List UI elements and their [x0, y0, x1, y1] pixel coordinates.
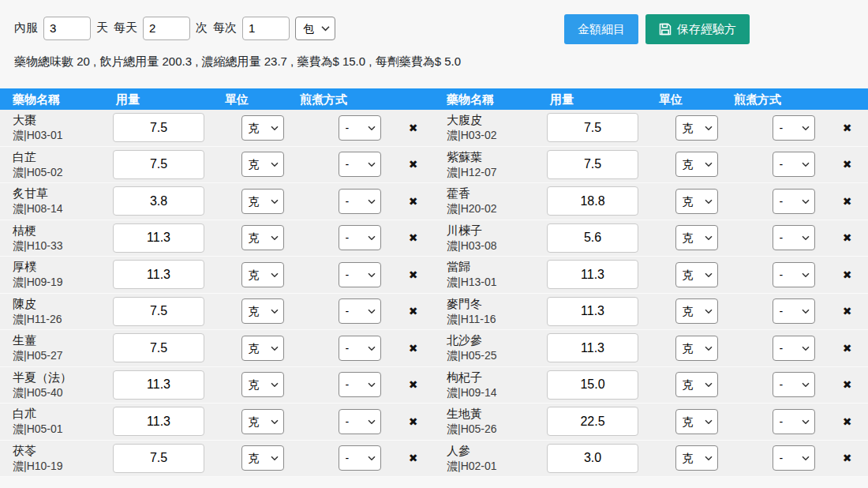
amount-input[interactable]	[547, 407, 638, 436]
remove-herb-icon[interactable]: ✖	[843, 306, 852, 317]
table-row: 半夏（法） 濃|H05-40 克 - ✖	[0, 367, 868, 404]
unit-select[interactable]: 克	[241, 372, 284, 397]
save-recipe-button[interactable]: 保存經驗方	[645, 14, 750, 44]
unit-select[interactable]: 克	[241, 336, 284, 361]
method-select[interactable]: -	[339, 189, 381, 214]
amount-input[interactable]	[547, 150, 638, 179]
method-select[interactable]: -	[339, 372, 381, 397]
method-select[interactable]: -	[773, 298, 815, 324]
method-select[interactable]: -	[773, 336, 815, 361]
remove-herb-icon[interactable]: ✖	[843, 269, 852, 280]
method-select[interactable]: -	[339, 225, 381, 250]
amount-input[interactable]	[547, 260, 638, 289]
remove-herb-icon[interactable]: ✖	[843, 343, 852, 354]
remove-herb-icon[interactable]: ✖	[409, 159, 418, 170]
amount-input[interactable]	[547, 333, 638, 362]
amount-input[interactable]	[113, 150, 204, 179]
unit-select[interactable]: 克	[675, 372, 718, 397]
unit-select[interactable]: 克	[675, 262, 718, 287]
remove-herb-icon[interactable]: ✖	[843, 159, 852, 170]
unit-select[interactable]: 克	[675, 189, 718, 214]
remove-herb-icon[interactable]: ✖	[843, 379, 852, 390]
method-select[interactable]: -	[773, 115, 815, 141]
remove-herb-icon[interactable]: ✖	[409, 379, 418, 390]
method-select[interactable]: -	[773, 372, 815, 397]
amount-input[interactable]	[113, 260, 204, 289]
amount-input[interactable]	[547, 370, 638, 400]
days-input[interactable]	[43, 17, 91, 40]
unit-select[interactable]: 克	[675, 225, 718, 250]
amount-cell	[113, 183, 209, 220]
remove-herb-icon[interactable]: ✖	[409, 196, 418, 207]
amount-input[interactable]	[113, 113, 204, 142]
method-select[interactable]: -	[773, 409, 815, 434]
method-select[interactable]: -	[339, 336, 381, 361]
amount-detail-button[interactable]: 金額細目	[564, 14, 638, 44]
herb-entry: 枸杞子 濃|H09-14 克 - ✖	[434, 367, 868, 404]
herb-code: 濃|H02-01	[447, 459, 497, 475]
amount-input[interactable]	[113, 333, 204, 362]
remove-herb-icon[interactable]: ✖	[409, 232, 418, 243]
unit-cell: 克	[209, 220, 316, 257]
herb-code: 濃|H03-08	[447, 238, 497, 254]
method-select[interactable]: -	[339, 409, 381, 434]
remove-herb-icon[interactable]: ✖	[409, 122, 418, 133]
amount-input[interactable]	[547, 113, 638, 142]
amount-input[interactable]	[547, 223, 638, 253]
method-select[interactable]: -	[339, 445, 381, 471]
amount-input[interactable]	[113, 223, 204, 253]
amount-input[interactable]	[113, 186, 204, 216]
amount-input[interactable]	[547, 297, 638, 326]
unit-select[interactable]: 克	[241, 115, 284, 141]
herb-name: 厚樸	[13, 258, 36, 275]
remove-herb-icon[interactable]: ✖	[843, 232, 852, 243]
unit-select[interactable]: 克	[675, 336, 718, 361]
method-select[interactable]: -	[773, 189, 815, 214]
unit-select[interactable]: 克	[241, 152, 284, 177]
unit-select[interactable]: 克	[675, 152, 718, 177]
amount-input[interactable]	[113, 370, 204, 400]
remove-herb-icon[interactable]: ✖	[843, 452, 852, 464]
unit-select[interactable]: 克	[675, 115, 718, 141]
unit-select[interactable]: 克	[241, 409, 284, 434]
unit-select[interactable]: 克	[241, 262, 284, 287]
amount-input[interactable]	[113, 444, 204, 473]
herb-name: 紫蘇葉	[447, 148, 482, 165]
method-select[interactable]: -	[339, 152, 381, 177]
package-unit-select[interactable]: 包	[295, 17, 335, 40]
unit-select[interactable]: 克	[241, 189, 284, 214]
method-select[interactable]: -	[339, 115, 381, 141]
times-per-day-input[interactable]	[143, 17, 190, 40]
method-select[interactable]: -	[773, 225, 815, 250]
remove-herb-icon[interactable]: ✖	[409, 452, 418, 464]
remove-herb-icon[interactable]: ✖	[843, 196, 852, 207]
unit-select[interactable]: 克	[241, 225, 284, 250]
remove-herb-icon[interactable]: ✖	[409, 343, 418, 354]
remove-herb-icon[interactable]: ✖	[409, 269, 418, 280]
amount-cell	[113, 147, 209, 183]
method-select[interactable]: -	[339, 262, 381, 287]
method-select[interactable]: -	[773, 152, 815, 177]
unit-select[interactable]: 克	[675, 298, 718, 324]
unit-select[interactable]: 克	[241, 445, 284, 471]
remove-herb-icon[interactable]: ✖	[409, 306, 418, 317]
remove-herb-icon[interactable]: ✖	[409, 416, 418, 427]
method-select[interactable]: -	[773, 445, 815, 471]
amount-input[interactable]	[113, 407, 204, 436]
unit-select[interactable]: 克	[241, 298, 284, 324]
herb-name-cell: 白朮 濃|H05-01	[0, 404, 113, 440]
unit-cell: 克	[643, 404, 750, 440]
amount-input[interactable]	[547, 186, 638, 216]
unit-cell: 克	[643, 183, 750, 220]
unit-select[interactable]: 克	[675, 409, 718, 434]
herb-entry: 炙甘草 濃|H08-14 克 - ✖	[0, 183, 434, 220]
remove-herb-icon[interactable]: ✖	[843, 416, 852, 427]
remove-cell: ✖	[392, 183, 434, 220]
amount-per-time-input[interactable]	[242, 17, 290, 40]
remove-herb-icon[interactable]: ✖	[843, 122, 852, 133]
method-select[interactable]: -	[773, 262, 815, 287]
amount-input[interactable]	[547, 444, 638, 473]
amount-input[interactable]	[113, 297, 204, 326]
method-select[interactable]: -	[339, 298, 381, 324]
unit-select[interactable]: 克	[675, 445, 718, 471]
